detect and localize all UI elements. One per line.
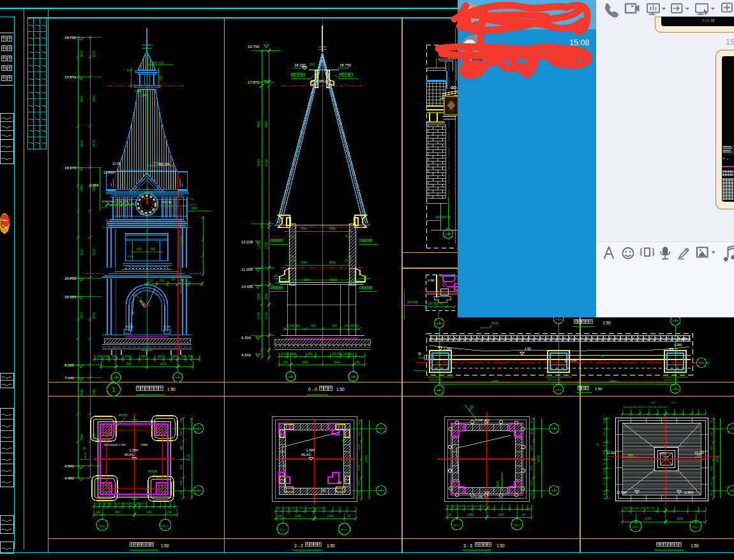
svg-text:12.00: 12.00 — [112, 162, 121, 165]
svg-text:6970: 6970 — [80, 140, 84, 147]
svg-text:7%: 7% — [600, 354, 605, 358]
svg-text:40: 40 — [448, 513, 452, 517]
svg-text:140: 140 — [273, 275, 278, 278]
svg-text:19.750: 19.750 — [64, 36, 77, 40]
svg-text:900: 900 — [126, 362, 132, 366]
svg-text:7# 20: 7# 20 — [163, 325, 170, 328]
svg-text:11.365: 11.365 — [241, 268, 253, 271]
svg-text:540: 540 — [188, 355, 193, 358]
svg-text:380: 380 — [151, 248, 156, 251]
svg-text:7.140: 7.140 — [64, 376, 75, 380]
svg-text:2905: 2905 — [92, 312, 96, 319]
svg-text:10.805: 10.805 — [64, 276, 77, 280]
svg-text:19.750: 19.750 — [248, 45, 260, 49]
svg-text:64: 64 — [530, 420, 533, 423]
svg-text:4950: 4950 — [257, 121, 260, 128]
svg-text:98: 98 — [348, 255, 352, 259]
svg-text:960: 960 — [158, 355, 163, 358]
svg-text:7#8 7.54: 7#8 7.54 — [161, 201, 172, 204]
svg-text:50: 50 — [322, 489, 326, 492]
svg-text:1:50: 1:50 — [525, 347, 531, 351]
svg-text:8: 8 — [127, 68, 129, 72]
svg-text:M16: M16 — [491, 321, 498, 325]
svg-text:8.180: 8.180 — [64, 363, 75, 367]
svg-text:(10: (10 — [171, 278, 176, 281]
svg-text:520: 520 — [357, 480, 361, 485]
svg-text:W1-1: W1-1 — [162, 524, 169, 527]
svg-text:70 1#0: 70 1#0 — [125, 325, 133, 328]
svg-text:6.300: 6.300 — [241, 336, 251, 340]
svg-text:960: 960 — [530, 445, 533, 450]
svg-text:584: 584 — [179, 480, 183, 485]
svg-text:4950: 4950 — [265, 121, 268, 128]
svg-text:8#12: 8#12 — [319, 79, 326, 83]
svg-text:240: 240 — [181, 355, 186, 358]
svg-text:#8358: #8358 — [119, 413, 128, 417]
svg-text:1120: 1120 — [92, 248, 96, 255]
svg-text:90 240 560: 90 240 560 — [281, 352, 296, 356]
svg-text:254 558: 254 558 — [407, 301, 418, 304]
svg-text:820: 820 — [137, 248, 142, 251]
svg-text:2965: 2965 — [80, 185, 84, 192]
svg-text:1870: 1870 — [92, 50, 96, 57]
svg-text:920: 920 — [710, 466, 713, 471]
svg-text:520: 520 — [357, 431, 361, 436]
svg-text:240: 240 — [96, 511, 101, 514]
svg-text:950: 950 — [308, 352, 313, 356]
svg-text:140: 140 — [361, 275, 366, 278]
svg-text:1570: 1570 — [537, 455, 541, 462]
svg-text:10.485: 10.485 — [241, 285, 253, 289]
svg-text:4.540: 4.540 — [64, 464, 75, 468]
svg-text:4340: 4340 — [610, 379, 617, 383]
svg-text:W1-1: W1-1 — [514, 524, 521, 527]
svg-text:1.584: 1.584 — [130, 448, 139, 452]
svg-text:3140: 3140 — [92, 389, 96, 396]
svg-text:30: 30 — [603, 462, 606, 465]
svg-text:12.810: 12.810 — [103, 170, 114, 174]
svg-text:58: 58 — [290, 255, 294, 259]
svg-text:#8358: #8358 — [148, 469, 157, 473]
svg-text:(#1.#1): (#1.#1) — [124, 453, 135, 457]
svg-text:200 640 440: 200 640 440 — [348, 281, 363, 284]
svg-text:20 15 520 88 580 800 88 52: 20 15 520 88 580 800 88 520 67(10,20) — [447, 505, 490, 508]
svg-text:1.584: 1.584 — [306, 448, 315, 452]
svg-text:20 240 240 560 50 540 540 50 5: 20 240 240 560 50 540 540 50 560 240 240… — [94, 502, 148, 505]
svg-text:(2.860: (2.860 — [684, 490, 693, 494]
svg-text:17.871: 17.871 — [64, 75, 77, 79]
svg-text:12.840: 12.840 — [617, 490, 627, 494]
svg-text:76.40: 76.40 — [345, 235, 352, 238]
svg-text:320: 320 — [159, 75, 163, 81]
svg-text:2160: 2160 — [677, 517, 684, 520]
svg-text:608: 608 — [191, 206, 197, 210]
svg-text:4950: 4950 — [92, 95, 96, 102]
svg-text:1:50: 1:50 — [603, 321, 611, 325]
svg-text:1.280: 1.280 — [674, 343, 682, 347]
svg-text:170: 170 — [189, 197, 194, 201]
svg-text:240: 240 — [97, 355, 102, 358]
svg-text:4950: 4950 — [80, 95, 84, 102]
svg-text:17.871: 17.871 — [248, 80, 260, 84]
svg-text:1.250: 1.250 — [569, 358, 577, 362]
svg-text:7640: 7640 — [329, 261, 336, 264]
svg-text:(2.858: (2.858 — [89, 183, 98, 187]
svg-text:960: 960 — [179, 464, 183, 469]
svg-text:6970: 6970 — [92, 140, 96, 147]
svg-text:0 - 0: 0 - 0 — [308, 387, 317, 391]
svg-text:170 140 520 320(1) 740 520 5: 170 140 520 320(1) 740 520 50(170) 520 1… — [276, 507, 326, 510]
svg-text:1800: 1800 — [160, 362, 167, 366]
svg-text:4140: 4140 — [491, 379, 498, 383]
svg-text:3#8: 3#8 — [140, 212, 145, 215]
svg-text:1:50: 1:50 — [336, 387, 345, 391]
svg-text:7640: 7640 — [300, 261, 307, 264]
svg-text:13.228: 13.228 — [241, 240, 253, 244]
svg-text:1570: 1570 — [187, 454, 191, 461]
svg-text:76.40: 76.40 — [345, 259, 352, 262]
svg-text:76.40: 76.40 — [288, 235, 296, 238]
svg-text:58: 58 — [338, 481, 342, 485]
svg-text:240: 240 — [112, 355, 117, 358]
svg-text:2 - 2: 2 - 2 — [294, 543, 303, 548]
svg-text:24: 24 — [603, 492, 606, 496]
svg-text:1570: 1570 — [364, 455, 368, 462]
svg-text:1:50: 1:50 — [167, 387, 176, 391]
svg-text:5020: 5020 — [357, 464, 361, 471]
